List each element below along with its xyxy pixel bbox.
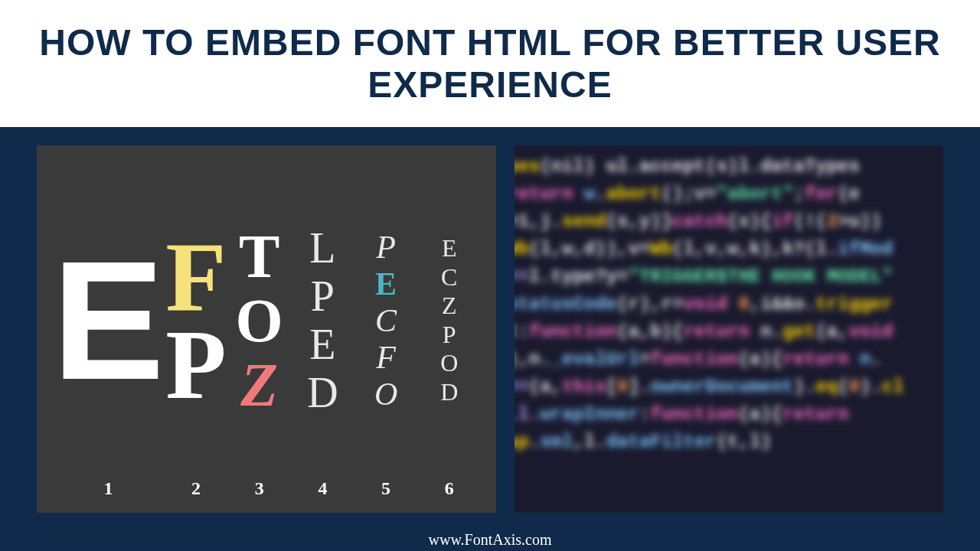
code-panel: pes(nil) ul.accept(s)l.dataTypes return …	[514, 145, 943, 513]
chart-col-num: 3	[255, 472, 264, 505]
chart-letter: E	[442, 236, 457, 262]
chart-letter: F	[376, 341, 396, 374]
chart-letter: E	[375, 267, 397, 301]
chart-letter: P	[376, 230, 396, 264]
title-bar: HOW TO EMBED FONT HTML FOR BETTER USER E…	[0, 0, 980, 127]
chart-letter: O	[236, 290, 283, 351]
chart-col-2: F P 2	[165, 168, 228, 505]
chart-letter: P	[311, 274, 335, 319]
chart-col-1: E 1	[52, 168, 165, 505]
chart-col-num: 6	[445, 472, 454, 505]
chart-letter: E	[52, 253, 165, 388]
chart-letter: Z	[240, 354, 278, 416]
chart-letter: T	[239, 226, 279, 287]
chart-letter: P	[443, 322, 456, 348]
chart-letter: C	[375, 304, 397, 337]
chart-letter: Z	[442, 293, 457, 319]
chart-letter: D	[307, 370, 338, 416]
chart-letter: C	[441, 265, 457, 291]
page-title: HOW TO EMBED FONT HTML FOR BETTER USER E…	[31, 21, 949, 106]
chart-col-6: E C Z P O D 6	[417, 168, 481, 505]
chart-col-num: 4	[318, 472, 327, 505]
chart-letter: E	[309, 322, 335, 367]
chart-letter: O	[374, 377, 397, 411]
footer: www.FontAxis.com	[0, 522, 980, 551]
chart-letter: P	[165, 322, 226, 407]
footer-url: www.FontAxis.com	[429, 531, 552, 548]
eye-chart-columns: E 1 F P 2 T O Z 3 L	[52, 168, 481, 505]
code-text: pes(nil) ul.accept(s)l.dataTypes return …	[514, 145, 943, 513]
chart-letter: O	[440, 350, 458, 377]
chart-col-num: 2	[191, 472, 201, 505]
chart-col-5: P E C F O 5	[354, 168, 418, 505]
chart-col-4: L P E D 4	[291, 168, 354, 505]
content-row: E 1 F P 2 T O Z 3 L	[0, 127, 980, 522]
chart-col-num: 1	[103, 472, 113, 505]
chart-letter: D	[440, 380, 458, 406]
chart-letter: L	[309, 226, 335, 271]
eye-chart-panel: E 1 F P 2 T O Z 3 L	[37, 145, 496, 513]
chart-col-3: T O Z 3	[227, 168, 291, 505]
chart-col-num: 5	[381, 472, 390, 505]
chart-letter: F	[165, 234, 226, 319]
